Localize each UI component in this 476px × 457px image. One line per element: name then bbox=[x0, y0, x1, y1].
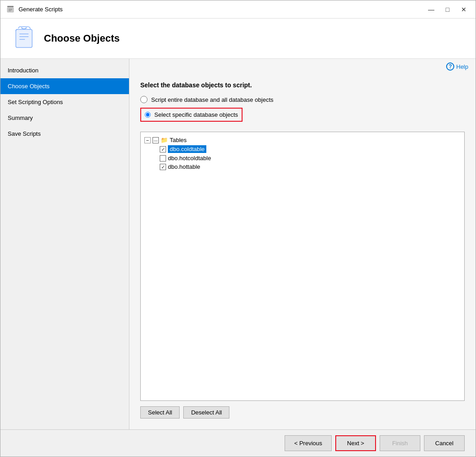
select-all-button[interactable]: Select All bbox=[140, 406, 180, 419]
check-icon-hottable bbox=[161, 163, 165, 170]
cancel-button[interactable]: Cancel bbox=[424, 435, 465, 451]
tree-label-tables: Tables bbox=[170, 137, 187, 143]
tree-item-hottable[interactable]: dbo.hottable bbox=[144, 162, 461, 171]
main-window: Generate Scripts — □ ✕ Choose Objects In… bbox=[0, 0, 476, 457]
main-content: Introduction Choose Objects Set Scriptin… bbox=[0, 59, 476, 429]
panel-body: Select the database objects to script. S… bbox=[129, 74, 476, 429]
right-panel: ? Help Select the database objects to sc… bbox=[129, 59, 476, 429]
svg-rect-5 bbox=[16, 29, 32, 48]
deselect-all-button[interactable]: Deselect All bbox=[183, 406, 229, 419]
sidebar-item-save-scripts[interactable]: Save Scripts bbox=[0, 126, 129, 142]
tree-checkbox-tables[interactable] bbox=[152, 137, 159, 143]
close-button[interactable]: ✕ bbox=[457, 4, 470, 15]
app-icon bbox=[6, 5, 15, 14]
check-icon-coldtable bbox=[161, 146, 165, 152]
tree-checkbox-hottable[interactable] bbox=[160, 164, 166, 170]
previous-button[interactable]: < Previous bbox=[285, 435, 332, 451]
window-controls: — □ ✕ bbox=[425, 4, 470, 15]
finish-button[interactable]: Finish bbox=[380, 435, 420, 451]
radio-specific-label: Select specific database objects bbox=[154, 111, 238, 118]
tree-label-hottable: dbo.hottable bbox=[168, 163, 200, 170]
sidebar-item-introduction[interactable]: Introduction bbox=[0, 62, 129, 78]
tree-item-coldtable[interactable]: dbo.coldtable bbox=[144, 144, 461, 154]
select-buttons-area: Select All Deselect All bbox=[140, 406, 465, 419]
sidebar-item-set-scripting-options[interactable]: Set Scripting Options bbox=[0, 94, 129, 110]
radio-entire-input[interactable] bbox=[140, 96, 148, 103]
minimize-button[interactable]: — bbox=[425, 4, 438, 15]
header-title: Choose Objects bbox=[44, 33, 119, 44]
tree-label-hotcoldtable: dbo.hotcoldtable bbox=[168, 155, 211, 162]
title-bar: Generate Scripts — □ ✕ bbox=[0, 0, 476, 19]
tree-item-hotcoldtable[interactable]: dbo.hotcoldtable bbox=[144, 154, 461, 162]
radio-specific-input[interactable] bbox=[145, 112, 151, 118]
folder-icon: 📁 bbox=[161, 137, 168, 143]
radio-entire-option[interactable]: Script entire database and all database … bbox=[140, 96, 465, 103]
header-icon bbox=[11, 26, 37, 51]
tree-expand-tables[interactable]: − bbox=[144, 137, 151, 143]
tree-container[interactable]: − 📁 Tables dbo.coldtable bbox=[140, 132, 465, 401]
tree-checkbox-coldtable[interactable] bbox=[160, 146, 166, 152]
window-title: Generate Scripts bbox=[19, 6, 425, 13]
help-area: ? Help bbox=[129, 59, 476, 74]
help-link[interactable]: ? Help bbox=[446, 62, 468, 71]
radio-specific-container: Select specific database objects bbox=[140, 108, 465, 126]
sidebar-item-choose-objects[interactable]: Choose Objects bbox=[0, 78, 129, 94]
partial-check-icon bbox=[154, 137, 158, 143]
radio-entire-label: Script entire database and all database … bbox=[151, 96, 273, 103]
svg-rect-0 bbox=[7, 6, 14, 7]
next-button[interactable]: Next > bbox=[335, 435, 376, 451]
help-icon: ? bbox=[446, 62, 454, 71]
footer: < Previous Next > Finish Cancel bbox=[0, 429, 476, 457]
sidebar: Introduction Choose Objects Set Scriptin… bbox=[0, 59, 129, 429]
tree-label-coldtable: dbo.coldtable bbox=[168, 145, 206, 153]
maximize-button[interactable]: □ bbox=[441, 4, 454, 15]
section-title: Select the database objects to script. bbox=[140, 81, 465, 89]
tree-item-tables[interactable]: − 📁 Tables bbox=[144, 136, 461, 144]
help-label: Help bbox=[456, 63, 468, 70]
header-area: Choose Objects bbox=[0, 19, 476, 59]
tree-checkbox-hotcoldtable[interactable] bbox=[160, 155, 166, 162]
sidebar-item-summary[interactable]: Summary bbox=[0, 110, 129, 126]
radio-specific-highlight: Select specific database objects bbox=[140, 108, 243, 122]
